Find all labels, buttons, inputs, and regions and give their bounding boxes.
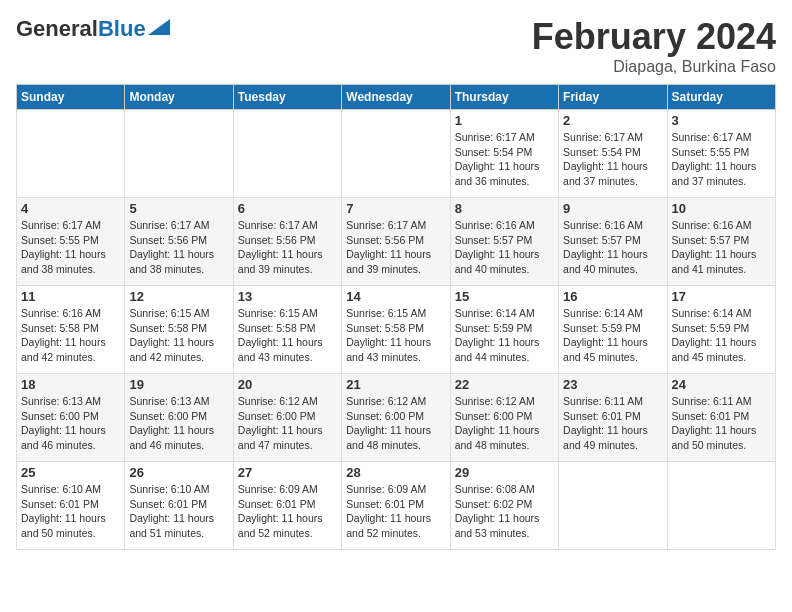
day-number: 27 [238,465,337,480]
weekday-header: Sunday [17,85,125,110]
day-info: Sunrise: 6:17 AMSunset: 5:54 PMDaylight:… [563,130,662,189]
calendar-week-row: 1Sunrise: 6:17 AMSunset: 5:54 PMDaylight… [17,110,776,198]
day-info: Sunrise: 6:12 AMSunset: 6:00 PMDaylight:… [455,394,554,453]
day-info: Sunrise: 6:09 AMSunset: 6:01 PMDaylight:… [346,482,445,541]
month-title: February 2024 [532,16,776,58]
calendar-cell: 28Sunrise: 6:09 AMSunset: 6:01 PMDayligh… [342,462,450,550]
svg-marker-0 [148,19,170,35]
day-info: Sunrise: 6:11 AMSunset: 6:01 PMDaylight:… [672,394,771,453]
day-number: 20 [238,377,337,392]
day-info: Sunrise: 6:13 AMSunset: 6:00 PMDaylight:… [21,394,120,453]
day-info: Sunrise: 6:17 AMSunset: 5:56 PMDaylight:… [238,218,337,277]
logo-icon [148,19,170,35]
calendar-cell [559,462,667,550]
day-number: 6 [238,201,337,216]
calendar-cell: 24Sunrise: 6:11 AMSunset: 6:01 PMDayligh… [667,374,775,462]
calendar-cell: 16Sunrise: 6:14 AMSunset: 5:59 PMDayligh… [559,286,667,374]
day-number: 17 [672,289,771,304]
day-info: Sunrise: 6:10 AMSunset: 6:01 PMDaylight:… [129,482,228,541]
logo: GeneralBlue [16,16,170,42]
calendar-cell: 12Sunrise: 6:15 AMSunset: 5:58 PMDayligh… [125,286,233,374]
day-info: Sunrise: 6:14 AMSunset: 5:59 PMDaylight:… [672,306,771,365]
day-info: Sunrise: 6:10 AMSunset: 6:01 PMDaylight:… [21,482,120,541]
calendar-cell: 2Sunrise: 6:17 AMSunset: 5:54 PMDaylight… [559,110,667,198]
calendar-cell: 10Sunrise: 6:16 AMSunset: 5:57 PMDayligh… [667,198,775,286]
calendar-cell [17,110,125,198]
day-info: Sunrise: 6:17 AMSunset: 5:55 PMDaylight:… [672,130,771,189]
calendar-cell: 26Sunrise: 6:10 AMSunset: 6:01 PMDayligh… [125,462,233,550]
day-info: Sunrise: 6:14 AMSunset: 5:59 PMDaylight:… [563,306,662,365]
day-info: Sunrise: 6:15 AMSunset: 5:58 PMDaylight:… [238,306,337,365]
calendar-week-row: 4Sunrise: 6:17 AMSunset: 5:55 PMDaylight… [17,198,776,286]
day-number: 21 [346,377,445,392]
calendar-cell [667,462,775,550]
calendar-cell: 9Sunrise: 6:16 AMSunset: 5:57 PMDaylight… [559,198,667,286]
calendar-cell: 7Sunrise: 6:17 AMSunset: 5:56 PMDaylight… [342,198,450,286]
day-info: Sunrise: 6:16 AMSunset: 5:57 PMDaylight:… [455,218,554,277]
day-number: 10 [672,201,771,216]
calendar-cell: 6Sunrise: 6:17 AMSunset: 5:56 PMDaylight… [233,198,341,286]
calendar-cell: 3Sunrise: 6:17 AMSunset: 5:55 PMDaylight… [667,110,775,198]
calendar-table: SundayMondayTuesdayWednesdayThursdayFrid… [16,84,776,550]
calendar-cell: 13Sunrise: 6:15 AMSunset: 5:58 PMDayligh… [233,286,341,374]
calendar-cell: 5Sunrise: 6:17 AMSunset: 5:56 PMDaylight… [125,198,233,286]
calendar-cell: 18Sunrise: 6:13 AMSunset: 6:00 PMDayligh… [17,374,125,462]
day-number: 4 [21,201,120,216]
calendar-cell: 11Sunrise: 6:16 AMSunset: 5:58 PMDayligh… [17,286,125,374]
weekday-header: Tuesday [233,85,341,110]
day-info: Sunrise: 6:11 AMSunset: 6:01 PMDaylight:… [563,394,662,453]
day-number: 12 [129,289,228,304]
calendar-cell: 22Sunrise: 6:12 AMSunset: 6:00 PMDayligh… [450,374,558,462]
day-info: Sunrise: 6:08 AMSunset: 6:02 PMDaylight:… [455,482,554,541]
day-info: Sunrise: 6:16 AMSunset: 5:58 PMDaylight:… [21,306,120,365]
calendar-cell: 21Sunrise: 6:12 AMSunset: 6:00 PMDayligh… [342,374,450,462]
day-number: 1 [455,113,554,128]
day-info: Sunrise: 6:17 AMSunset: 5:56 PMDaylight:… [346,218,445,277]
day-number: 11 [21,289,120,304]
calendar-cell: 17Sunrise: 6:14 AMSunset: 5:59 PMDayligh… [667,286,775,374]
calendar-cell: 15Sunrise: 6:14 AMSunset: 5:59 PMDayligh… [450,286,558,374]
page-header: GeneralBlue February 2024 Diapaga, Burki… [16,16,776,76]
day-number: 8 [455,201,554,216]
day-info: Sunrise: 6:17 AMSunset: 5:56 PMDaylight:… [129,218,228,277]
calendar-cell [342,110,450,198]
day-number: 16 [563,289,662,304]
day-info: Sunrise: 6:12 AMSunset: 6:00 PMDaylight:… [346,394,445,453]
calendar-cell [125,110,233,198]
day-number: 29 [455,465,554,480]
day-number: 2 [563,113,662,128]
logo-text: GeneralBlue [16,16,146,42]
day-number: 18 [21,377,120,392]
calendar-week-row: 11Sunrise: 6:16 AMSunset: 5:58 PMDayligh… [17,286,776,374]
day-number: 15 [455,289,554,304]
weekday-header: Thursday [450,85,558,110]
day-number: 14 [346,289,445,304]
day-info: Sunrise: 6:14 AMSunset: 5:59 PMDaylight:… [455,306,554,365]
day-number: 25 [21,465,120,480]
day-info: Sunrise: 6:09 AMSunset: 6:01 PMDaylight:… [238,482,337,541]
day-number: 13 [238,289,337,304]
day-number: 24 [672,377,771,392]
weekday-header-row: SundayMondayTuesdayWednesdayThursdayFrid… [17,85,776,110]
weekday-header: Wednesday [342,85,450,110]
day-number: 3 [672,113,771,128]
calendar-cell: 25Sunrise: 6:10 AMSunset: 6:01 PMDayligh… [17,462,125,550]
day-number: 7 [346,201,445,216]
weekday-header: Monday [125,85,233,110]
day-number: 28 [346,465,445,480]
calendar-cell [233,110,341,198]
day-info: Sunrise: 6:16 AMSunset: 5:57 PMDaylight:… [563,218,662,277]
day-info: Sunrise: 6:15 AMSunset: 5:58 PMDaylight:… [346,306,445,365]
day-number: 5 [129,201,228,216]
day-info: Sunrise: 6:15 AMSunset: 5:58 PMDaylight:… [129,306,228,365]
day-info: Sunrise: 6:13 AMSunset: 6:00 PMDaylight:… [129,394,228,453]
day-number: 23 [563,377,662,392]
calendar-cell: 14Sunrise: 6:15 AMSunset: 5:58 PMDayligh… [342,286,450,374]
day-number: 22 [455,377,554,392]
calendar-week-row: 18Sunrise: 6:13 AMSunset: 6:00 PMDayligh… [17,374,776,462]
calendar-week-row: 25Sunrise: 6:10 AMSunset: 6:01 PMDayligh… [17,462,776,550]
calendar-cell: 27Sunrise: 6:09 AMSunset: 6:01 PMDayligh… [233,462,341,550]
calendar-cell: 8Sunrise: 6:16 AMSunset: 5:57 PMDaylight… [450,198,558,286]
weekday-header: Friday [559,85,667,110]
calendar-cell: 19Sunrise: 6:13 AMSunset: 6:00 PMDayligh… [125,374,233,462]
